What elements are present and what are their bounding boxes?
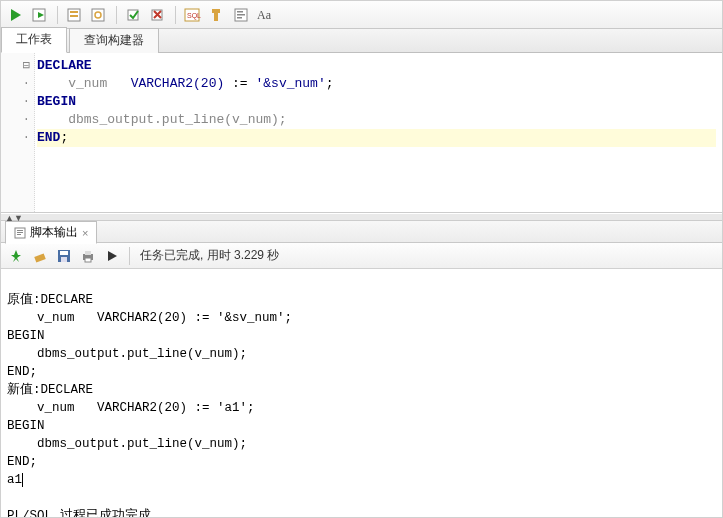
text-cursor xyxy=(22,473,23,487)
keyword-begin: BEGIN xyxy=(37,94,76,109)
save-icon[interactable] xyxy=(55,247,73,265)
toolbar-separator xyxy=(129,247,130,265)
svg-rect-12 xyxy=(212,9,220,13)
type-varchar2: VARCHAR2(20) xyxy=(131,76,225,91)
editor-tabbar: 工作表 查询构建器 xyxy=(1,29,722,53)
output-line: dbms_output.put_line(v_num); xyxy=(7,347,247,361)
output-line: BEGIN xyxy=(7,419,45,433)
svg-text:SQL: SQL xyxy=(187,12,201,20)
script-output-label: 脚本输出 xyxy=(30,224,78,241)
svg-marker-0 xyxy=(11,9,21,21)
output-line: 原值:DECLARE xyxy=(7,293,93,307)
close-icon[interactable]: × xyxy=(82,227,88,239)
commit-icon[interactable] xyxy=(125,6,143,24)
svg-rect-13 xyxy=(214,13,218,21)
rollback-icon[interactable] xyxy=(149,6,167,24)
keyword-end: END xyxy=(37,130,60,145)
svg-rect-4 xyxy=(70,11,78,13)
script-output-body[interactable]: 原值:DECLARE v_num VARCHAR2(20) := '&sv_nu… xyxy=(1,269,722,517)
tab-script-output[interactable]: 脚本输出 × xyxy=(5,221,97,244)
output-line: END; xyxy=(7,455,37,469)
string-literal: '&sv_num' xyxy=(255,76,325,91)
keyword-declare: DECLARE xyxy=(37,58,92,73)
toolbar-separator xyxy=(175,6,176,24)
svg-text:Aa: Aa xyxy=(257,8,272,22)
identifier-vnum: v_num xyxy=(68,76,107,91)
svg-rect-26 xyxy=(61,257,67,262)
output-line: a1 xyxy=(7,473,22,487)
editor-gutter: ⊟ · · · · xyxy=(1,53,35,212)
code-indent xyxy=(37,76,68,91)
output-line: END; xyxy=(7,365,37,379)
output-line: BEGIN xyxy=(7,329,45,343)
svg-rect-25 xyxy=(60,251,68,255)
case-icon[interactable]: Aa xyxy=(256,6,274,24)
svg-rect-29 xyxy=(85,258,91,262)
call-dbms-output: dbms_output.put_line(v_num); xyxy=(68,112,286,127)
code-editor[interactable]: ⊟ · · · · DECLARE v_num VARCHAR2(20) := … xyxy=(1,53,722,213)
svg-rect-6 xyxy=(92,9,104,21)
run-script-icon[interactable] xyxy=(31,6,49,24)
svg-rect-23 xyxy=(34,253,45,262)
autotrace-icon[interactable] xyxy=(90,6,108,24)
run-icon[interactable] xyxy=(7,6,25,24)
output-line: 新值:DECLARE xyxy=(7,383,93,397)
main-toolbar: SQL Aa xyxy=(1,1,722,29)
svg-marker-30 xyxy=(108,251,117,261)
svg-rect-21 xyxy=(17,232,23,233)
svg-rect-5 xyxy=(70,15,78,17)
output-toolbar: 任务已完成, 用时 3.229 秒 xyxy=(1,243,722,269)
svg-rect-17 xyxy=(237,17,242,19)
svg-rect-28 xyxy=(85,251,91,255)
code-area[interactable]: DECLARE v_num VARCHAR2(20) := '&sv_num';… xyxy=(35,53,722,212)
clear-icon[interactable] xyxy=(208,6,226,24)
output-line: dbms_output.put_line(v_num); xyxy=(7,437,247,451)
tab-worksheet[interactable]: 工作表 xyxy=(1,27,67,53)
print-icon[interactable] xyxy=(79,247,97,265)
output-line: v_num VARCHAR2(20) := 'a1'; xyxy=(7,401,255,415)
pin-icon[interactable] xyxy=(7,247,25,265)
eraser-icon[interactable] xyxy=(31,247,49,265)
svg-rect-15 xyxy=(237,11,243,13)
pane-resizer[interactable]: ▲▼ xyxy=(1,213,722,221)
toolbar-separator xyxy=(116,6,117,24)
svg-rect-20 xyxy=(17,230,23,231)
svg-rect-22 xyxy=(17,234,21,235)
output-line: v_num VARCHAR2(20) := '&sv_num'; xyxy=(7,311,292,325)
fold-icon[interactable]: ⊟ xyxy=(1,57,34,75)
sql-history-icon[interactable]: SQL xyxy=(184,6,202,24)
script-output-icon xyxy=(14,227,26,239)
toolbar-separator xyxy=(57,6,58,24)
svg-rect-16 xyxy=(237,14,245,16)
output-line: PL/SQL 过程已成功完成。 xyxy=(7,509,164,517)
output-run-icon[interactable] xyxy=(103,247,121,265)
tab-query-builder[interactable]: 查询构建器 xyxy=(69,28,159,53)
format-icon[interactable] xyxy=(232,6,250,24)
output-tabbar: 脚本输出 × xyxy=(1,221,722,243)
explain-plan-icon[interactable] xyxy=(66,6,84,24)
status-text: 任务已完成, 用时 3.229 秒 xyxy=(140,247,279,264)
